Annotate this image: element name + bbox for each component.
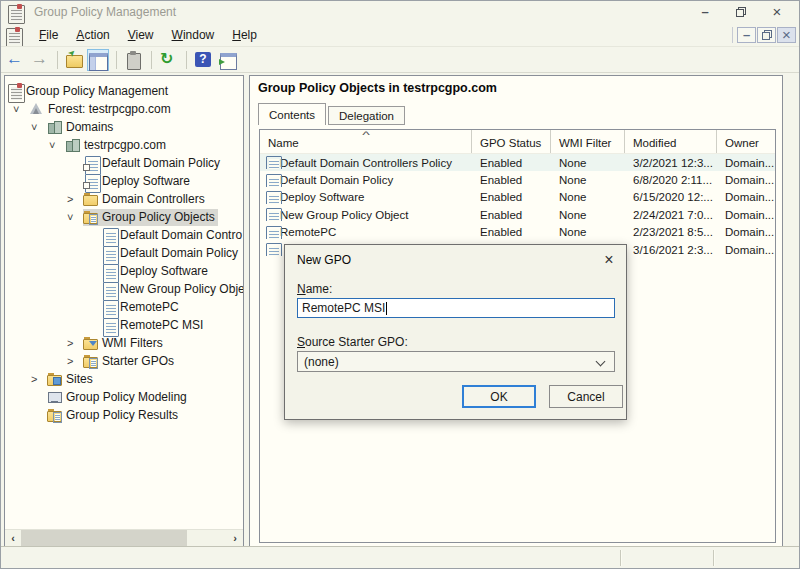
tree-item[interactable]: New Group Policy Obje: [5, 280, 243, 298]
cell-gpo-status: Enabled: [472, 157, 551, 169]
tree-item[interactable]: Default Domain Policy: [5, 244, 243, 262]
scroll-left-icon[interactable]: [5, 530, 21, 546]
toolbar-button[interactable]: [122, 49, 144, 71]
scrollbar-thumb[interactable]: [21, 530, 187, 546]
expander-icon[interactable]: ˃: [31, 370, 47, 388]
cell-owner: Domain...: [717, 226, 776, 238]
window-control-button[interactable]: [687, 2, 723, 22]
tree-item[interactable]: ˃ Domain Controllers: [5, 190, 243, 208]
cell-gpo-status: Enabled: [472, 226, 551, 238]
toolbar-button[interactable]: [192, 49, 214, 71]
toolbar-button[interactable]: [4, 49, 26, 71]
window-control-button[interactable]: [759, 2, 795, 22]
tree-item[interactable]: Default Domain Policy: [5, 154, 243, 172]
expander-icon[interactable]: ˃: [67, 334, 83, 352]
folder-wmi-icon: [83, 336, 98, 350]
cell-gpo-status: Enabled: [472, 209, 551, 221]
tree-item[interactable]: ˅ Group Policy Objects: [5, 208, 243, 226]
source-starter-gpo-select[interactable]: (none): [297, 351, 615, 372]
tree-item[interactable]: ˃ WMI Filters: [5, 334, 243, 352]
tree-item[interactable]: ˃ Sites: [5, 370, 243, 388]
tree-item-label: Group Policy Management: [26, 82, 168, 100]
table-row[interactable]: Default Domain Policy Enabled None 6/8/2…: [260, 171, 775, 188]
tab-contents[interactable]: Contents: [258, 103, 326, 125]
menu-item[interactable]: Window: [163, 26, 224, 44]
close-icon: [771, 6, 783, 18]
tab-delegation[interactable]: Delegation: [328, 106, 405, 125]
cell-wmi-filter: None: [551, 174, 625, 186]
column-header-modified[interactable]: Modified: [625, 130, 717, 153]
table-row[interactable]: RemotePC Enabled None 2/23/2021 8:5... D…: [260, 224, 775, 241]
scroll-right-icon[interactable]: [227, 530, 243, 546]
cell-owner: Domain...: [717, 174, 776, 186]
toolbar-button[interactable]: [157, 49, 179, 71]
minimize-icon: [741, 29, 753, 41]
scroll-icon: [101, 228, 116, 242]
window-control-button[interactable]: [737, 27, 756, 43]
scroll-icon: [101, 246, 116, 260]
scrollbar-track[interactable]: [21, 530, 227, 546]
tree-item[interactable]: Group Policy Modeling: [5, 388, 243, 406]
table-row[interactable]: Deploy Software Enabled None 6/15/2020 1…: [260, 189, 775, 206]
expander-icon[interactable]: ˅: [67, 208, 83, 226]
list-header: Name GPO Status WMI Filter Modified Owne…: [260, 130, 775, 154]
tree-item[interactable]: ˃ Starter GPOs: [5, 352, 243, 370]
gpo-link-icon: [83, 174, 98, 188]
column-header-wmi-filter[interactable]: WMI Filter: [551, 130, 625, 153]
column-header-owner[interactable]: Owner: [717, 130, 776, 153]
tree-item[interactable]: Default Domain Contro: [5, 226, 243, 244]
tree-item-label: Default Domain Policy: [120, 244, 238, 262]
expander-icon[interactable]: ˅: [49, 136, 65, 154]
tree-item[interactable]: Group Policy Management: [5, 82, 243, 100]
table-row[interactable]: Default Domain Controllers Policy Enable…: [260, 154, 775, 171]
tree-item[interactable]: RemotePC: [5, 298, 243, 316]
tree-item-label: testrpcgpo.com: [84, 136, 166, 154]
toolbar-button[interactable]: [87, 49, 109, 71]
tree-item[interactable]: ˅ Domains: [5, 118, 243, 136]
tree-item[interactable]: Deploy Software: [5, 172, 243, 190]
help-icon: [194, 51, 212, 69]
dialog-close-icon[interactable]: [594, 247, 624, 273]
scroll-icon: [101, 300, 116, 314]
window-control-button[interactable]: [723, 2, 759, 22]
horizontal-scrollbar[interactable]: [5, 529, 243, 546]
window-title: Group Policy Management: [34, 5, 176, 19]
scroll-icon: [264, 226, 277, 239]
expander-icon[interactable]: ˃: [67, 352, 83, 370]
console-tree-icon: [89, 51, 107, 69]
expander-icon[interactable]: ˃: [67, 190, 83, 208]
console-tree-pane: Group Policy Management ˅ Forest: testrp…: [4, 75, 244, 547]
menu-item[interactable]: View: [119, 26, 163, 44]
tree-item[interactable]: ˅ testrpcgpo.com: [5, 136, 243, 154]
gpo-name-input[interactable]: RemotePC MSI: [297, 298, 615, 318]
dialog-title-bar[interactable]: New GPO: [285, 245, 626, 275]
tree-item-label: Group Policy Modeling: [66, 388, 187, 406]
title-bar[interactable]: Group Policy Management: [1, 1, 799, 23]
scroll-icon: [264, 243, 277, 256]
tree-item[interactable]: RemotePC MSI: [5, 316, 243, 334]
back-icon: [6, 51, 24, 69]
expander-icon[interactable]: ˅: [31, 118, 47, 136]
toolbar-button[interactable]: [63, 49, 85, 71]
menu-item[interactable]: Action: [67, 26, 118, 44]
tree-item-label: Starter GPOs: [102, 352, 174, 370]
tree-item[interactable]: ˅ Forest: testrpcgpo.com: [5, 100, 243, 118]
menu-item[interactable]: Help: [223, 26, 266, 44]
toolbar-button[interactable]: [216, 49, 238, 71]
ok-button[interactable]: OK: [462, 385, 536, 408]
tree-item[interactable]: Group Policy Results: [5, 406, 243, 424]
cancel-button[interactable]: Cancel: [549, 385, 623, 408]
column-header-gpo-status[interactable]: GPO Status: [472, 130, 551, 153]
column-header-name[interactable]: Name: [260, 130, 472, 153]
cell-name: Deploy Software: [260, 191, 472, 204]
table-row[interactable]: New Group Policy Object Enabled None 2/2…: [260, 206, 775, 223]
window-control-button[interactable]: [777, 27, 796, 43]
cell-name: Default Domain Policy: [260, 174, 472, 187]
window-control-button[interactable]: [757, 27, 776, 43]
cell-modified: 2/24/2021 7:0...: [625, 209, 717, 221]
toolbar-separator: [57, 51, 58, 69]
tree-item[interactable]: Deploy Software: [5, 262, 243, 280]
menu-item[interactable]: File: [30, 26, 67, 44]
toolbar-button[interactable]: [28, 49, 50, 71]
scroll-icon: [264, 174, 277, 187]
